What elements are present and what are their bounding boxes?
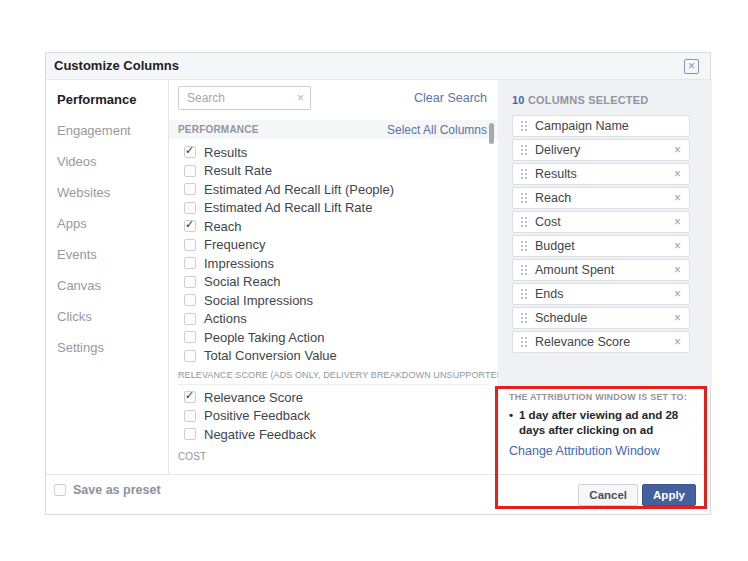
column-option[interactable]: ✓ Reach: [178, 217, 487, 236]
checkmark-icon: ✓: [185, 144, 194, 157]
remove-column-icon[interactable]: ×: [674, 336, 681, 348]
checkbox-icon[interactable]: ✓: [184, 350, 196, 362]
clear-search-link[interactable]: Clear Search: [414, 91, 487, 105]
column-option-label: Actions: [204, 311, 247, 326]
selected-column-card[interactable]: Relevance Score ×: [512, 331, 690, 353]
column-option[interactable]: ✓ Impressions: [178, 254, 487, 273]
column-option[interactable]: ✓ Negative Feedback: [178, 425, 487, 444]
drag-handle-icon[interactable]: [521, 337, 527, 347]
selected-count: 10: [512, 94, 525, 106]
column-options-group2: ✓ Relevance Score ✓ Positive Feedback: [178, 388, 487, 444]
sidebar-item[interactable]: Events: [46, 239, 168, 270]
sidebar-item[interactable]: Performance: [46, 84, 168, 115]
search-input[interactable]: [178, 86, 311, 110]
remove-column-icon[interactable]: ×: [674, 168, 681, 180]
selected-column-card[interactable]: Schedule ×: [512, 307, 690, 329]
checkbox-icon[interactable]: ✓: [184, 294, 196, 306]
checkbox-icon[interactable]: ✓: [184, 391, 196, 403]
sidebar-item[interactable]: Videos: [46, 146, 168, 177]
checkbox-icon[interactable]: ✓: [184, 165, 196, 177]
column-option[interactable]: ✓ Estimated Ad Recall Lift Rate: [178, 199, 487, 218]
remove-column-icon[interactable]: ×: [674, 192, 681, 204]
sidebar-item[interactable]: Canvas: [46, 270, 168, 301]
dialog-titlebar: Customize Columns ×: [46, 53, 710, 80]
column-option-label: Impressions: [204, 256, 274, 271]
selected-column-card[interactable]: Reach ×: [512, 187, 690, 209]
column-option[interactable]: ✓ Estimated Ad Recall Lift (People): [178, 180, 487, 199]
column-option[interactable]: ✓ Positive Feedback: [178, 407, 487, 426]
column-option[interactable]: ✓ Results: [178, 143, 487, 162]
selected-column-card[interactable]: Campaign Name: [512, 115, 690, 137]
checkbox-icon[interactable]: ✓: [184, 276, 196, 288]
remove-column-icon[interactable]: ×: [674, 216, 681, 228]
checkbox-icon[interactable]: ✓: [184, 428, 196, 440]
column-option[interactable]: ✓ People Taking Action: [178, 328, 487, 347]
drag-handle-icon[interactable]: [521, 289, 527, 299]
column-option-label: Relevance Score: [204, 390, 303, 405]
select-all-columns-link[interactable]: Select All Columns: [387, 123, 487, 137]
checkbox-icon[interactable]: ✓: [184, 146, 196, 158]
drag-handle-icon[interactable]: [521, 313, 527, 323]
remove-column-icon[interactable]: ×: [674, 288, 681, 300]
save-as-preset-control[interactable]: Save as preset: [54, 483, 161, 497]
sidebar-item[interactable]: Clicks: [46, 301, 168, 332]
apply-button[interactable]: Apply: [642, 484, 696, 506]
footer-divider: [46, 474, 710, 475]
sidebar-item[interactable]: Websites: [46, 177, 168, 208]
remove-column-icon[interactable]: ×: [674, 264, 681, 276]
column-option-label: Frequency: [204, 237, 265, 252]
search-box: ×: [178, 86, 311, 110]
checkbox-icon[interactable]: ✓: [184, 239, 196, 251]
checkbox-icon[interactable]: ✓: [184, 183, 196, 195]
scrollbar-thumb[interactable]: [489, 123, 494, 144]
selected-column-label: Ends: [535, 287, 564, 301]
selected-column-label: Relevance Score: [535, 335, 630, 349]
checkbox-icon[interactable]: ✓: [184, 202, 196, 214]
selected-column-label: Reach: [535, 191, 571, 205]
column-option[interactable]: ✓ Relevance Score: [178, 388, 487, 407]
column-option[interactable]: ✓ Total Conversion Value: [178, 347, 487, 366]
selected-column-card[interactable]: Cost ×: [512, 211, 690, 233]
cancel-button[interactable]: Cancel: [578, 484, 638, 506]
attribution-setting: • 1 day after viewing ad and 28 days aft…: [509, 408, 705, 438]
column-option[interactable]: ✓ Result Rate: [178, 162, 487, 181]
search-clear-icon[interactable]: ×: [297, 92, 304, 104]
selected-column-card[interactable]: Results ×: [512, 163, 690, 185]
checkbox-icon[interactable]: ✓: [184, 313, 196, 325]
remove-column-icon[interactable]: ×: [674, 312, 681, 324]
remove-column-icon[interactable]: ×: [674, 240, 681, 252]
selected-column-label: Campaign Name: [535, 119, 629, 133]
selected-column-label: Amount Spent: [535, 263, 614, 277]
checkbox-icon[interactable]: ✓: [184, 410, 196, 422]
selected-column-card[interactable]: Budget ×: [512, 235, 690, 257]
sidebar-item[interactable]: Apps: [46, 208, 168, 239]
section-header-label: PERFORMANCE: [178, 124, 259, 135]
column-option[interactable]: ✓ Actions: [178, 310, 487, 329]
selected-column-card[interactable]: Ends ×: [512, 283, 690, 305]
save-preset-checkbox[interactable]: [54, 484, 66, 496]
column-option-label: Estimated Ad Recall Lift (People): [204, 182, 394, 197]
selected-column-card[interactable]: Amount Spent ×: [512, 259, 690, 281]
change-attribution-window-link[interactable]: Change Attribution Window: [509, 444, 709, 458]
checkbox-icon[interactable]: ✓: [184, 331, 196, 343]
drag-handle-icon[interactable]: [521, 241, 527, 251]
selected-column-card[interactable]: Delivery ×: [512, 139, 690, 161]
checkbox-icon[interactable]: ✓: [184, 220, 196, 232]
column-option[interactable]: ✓ Social Impressions: [178, 291, 487, 310]
sidebar-item[interactable]: Engagement: [46, 115, 168, 146]
drag-handle-icon[interactable]: [521, 145, 527, 155]
selected-count-label: COLUMNS SELECTED: [528, 94, 649, 106]
drag-handle-icon[interactable]: [521, 193, 527, 203]
drag-handle-icon[interactable]: [521, 217, 527, 227]
drag-handle-icon[interactable]: [521, 169, 527, 179]
column-option[interactable]: ✓ Frequency: [178, 236, 487, 255]
checkbox-icon[interactable]: ✓: [184, 257, 196, 269]
remove-column-icon[interactable]: ×: [674, 144, 681, 156]
bullet-icon: •: [509, 408, 513, 438]
drag-handle-icon[interactable]: [521, 121, 527, 131]
drag-handle-icon[interactable]: [521, 265, 527, 275]
close-icon[interactable]: ×: [684, 59, 699, 74]
attribution-window-section: THE ATTRIBUTION WINDOW IS SET TO: • 1 da…: [509, 392, 709, 458]
sidebar-item[interactable]: Settings: [46, 332, 168, 363]
column-option[interactable]: ✓ Social Reach: [178, 273, 487, 292]
